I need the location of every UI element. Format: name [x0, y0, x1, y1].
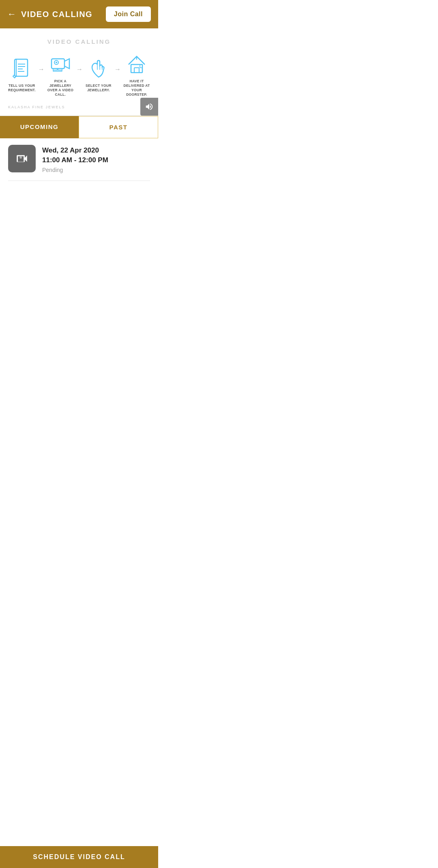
step-1: TELL US YOUR REQUIREMENT. [8, 58, 36, 92]
header-left: ← VIDEO CALLING [7, 9, 92, 19]
appointment-time: 11:00 AM - 12:00 PM [42, 156, 150, 164]
step-2: PICK A JEWELLERY OVER A VIDEO CALL. [47, 53, 74, 97]
steps-row: TELL US YOUR REQUIREMENT. → PICK A JEWEL… [8, 53, 150, 97]
svg-point-8 [56, 62, 57, 63]
step-3: SELECT YOUR JEWELLERY. [85, 58, 112, 92]
svg-point-19 [19, 157, 22, 159]
svg-rect-11 [53, 70, 62, 71]
step-1-label: TELL US YOUR REQUIREMENT. [8, 84, 36, 92]
arrow-2: → [76, 66, 83, 73]
back-button[interactable]: ← [7, 9, 16, 19]
arrow-3: → [114, 66, 121, 73]
tabs-row: UPCOMING PAST [0, 116, 158, 138]
step-3-label: SELECT YOUR JEWELLERY. [85, 84, 112, 92]
tab-past[interactable]: PAST [79, 116, 158, 138]
svg-rect-16 [134, 68, 139, 73]
appointment-status: Pending [42, 167, 150, 173]
arrow-1: → [38, 66, 45, 73]
hand-icon [87, 58, 110, 80]
tab-upcoming[interactable]: UPCOMING [0, 116, 79, 138]
step-4: HAVE IT DELIVERED AT YOUR DOORSTEP. [123, 53, 150, 97]
page-title: VIDEO CALLING [21, 10, 92, 19]
appointment-list: Wed, 22 Apr 2020 11:00 AM - 12:00 PM Pen… [0, 138, 158, 187]
app-header: ← VIDEO CALLING Join Call [0, 0, 158, 28]
volume-icon [145, 102, 154, 111]
step-2-label: PICK A JEWELLERY OVER A VIDEO CALL. [47, 79, 74, 97]
banner-subtitle: VIDEO CALLING [8, 38, 150, 45]
brand-name: KALASHA FINE JEWELS [8, 105, 65, 109]
camera-icon [49, 53, 72, 76]
appointment-date: Wed, 22 Apr 2020 [42, 146, 150, 155]
join-call-button[interactable]: Join Call [106, 6, 151, 22]
video-call-icon-box [8, 145, 36, 172]
house-icon [125, 53, 148, 76]
video-call-icon [15, 152, 29, 165]
document-icon [11, 58, 33, 80]
banner-section: VIDEO CALLING TELL US YOUR REQUIREMENT. … [0, 28, 158, 116]
volume-button[interactable] [140, 98, 158, 116]
appointment-card: Wed, 22 Apr 2020 11:00 AM - 12:00 PM Pen… [8, 145, 150, 181]
svg-rect-15 [131, 64, 142, 73]
brand-row: KALASHA FINE JEWELS [8, 102, 150, 111]
svg-rect-1 [16, 59, 28, 76]
appointment-info: Wed, 22 Apr 2020 11:00 AM - 12:00 PM Pen… [42, 145, 150, 173]
step-4-label: HAVE IT DELIVERED AT YOUR DOORSTEP. [123, 79, 150, 97]
